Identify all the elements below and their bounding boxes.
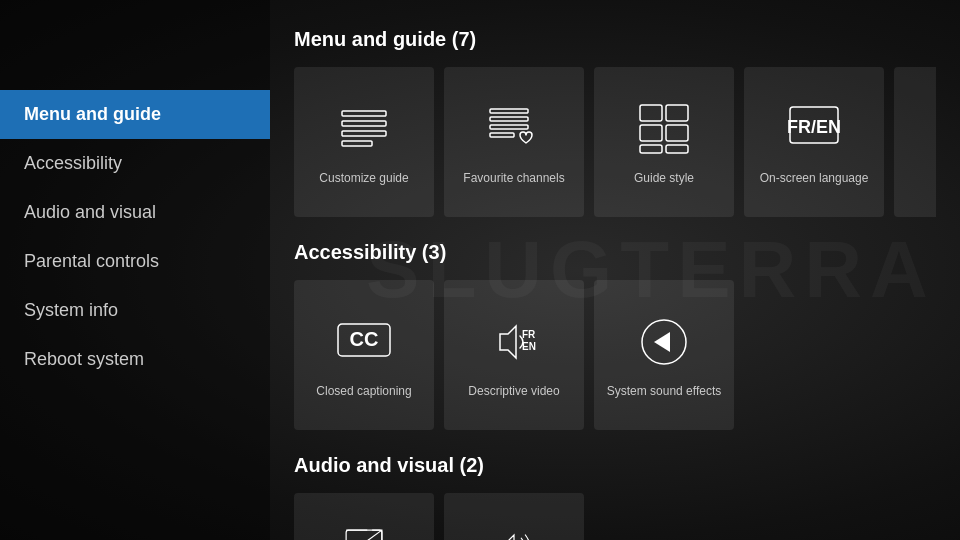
sidebar: Menu and guide Accessibility Audio and v…	[0, 0, 270, 540]
svg-marker-22	[654, 332, 670, 352]
section-title-accessibility: Accessibility (3)	[294, 241, 936, 264]
card-display[interactable]	[294, 493, 434, 540]
fr-en-icon: FR/EN	[782, 97, 846, 161]
svg-rect-9	[640, 125, 662, 141]
list-heart-icon	[482, 97, 546, 161]
svg-rect-12	[640, 145, 662, 153]
card-label-closed-captioning: Closed captioning	[308, 384, 419, 400]
card-customize-guide[interactable]: Customize guide	[294, 67, 434, 217]
svg-rect-11	[666, 125, 688, 141]
cards-row-menu-and-guide: Customize guide Favourite channels	[294, 67, 936, 217]
section-title-menu-and-guide: Menu and guide (7)	[294, 28, 936, 51]
card-label-system-sound-effects: System sound effects	[599, 384, 730, 400]
svg-rect-10	[666, 105, 688, 121]
card-label-on-screen-language: On-screen language	[752, 171, 877, 187]
svg-marker-26	[501, 535, 514, 540]
card-closed-captioning[interactable]: CC Closed captioning	[294, 280, 434, 430]
svg-rect-5	[490, 117, 528, 121]
card-favourite-channels[interactable]: Favourite channels	[444, 67, 584, 217]
card-label-favourite-channels: Favourite channels	[455, 171, 572, 187]
card-label-descriptive-video: Descriptive video	[460, 384, 567, 400]
cc-icon: CC	[332, 310, 396, 374]
guide-style-icon	[632, 97, 696, 161]
svg-rect-6	[490, 125, 528, 129]
svg-rect-13	[666, 145, 688, 153]
svg-rect-1	[342, 121, 386, 126]
cards-row-audio-and-visual	[294, 493, 936, 540]
svg-marker-18	[500, 326, 516, 358]
svg-text:CC: CC	[350, 328, 379, 350]
sidebar-item-system-info[interactable]: System info	[0, 286, 270, 335]
svg-rect-7	[490, 133, 514, 137]
card-audio[interactable]	[444, 493, 584, 540]
card-label-guide-style: Guide style	[626, 171, 702, 187]
card-partial-recent[interactable]	[894, 67, 936, 217]
svg-rect-4	[490, 109, 528, 113]
svg-rect-2	[342, 131, 386, 136]
cards-row-accessibility: CC Closed captioning FR EN	[294, 280, 936, 430]
svg-text:FR: FR	[522, 329, 536, 340]
card-system-sound-effects[interactable]: System sound effects	[594, 280, 734, 430]
card-descriptive-video[interactable]: FR EN Descriptive video	[444, 280, 584, 430]
svg-rect-0	[342, 111, 386, 116]
card-guide-style[interactable]: Guide style	[594, 67, 734, 217]
descriptive-video-icon: FR EN	[482, 310, 546, 374]
sidebar-item-reboot-system[interactable]: Reboot system	[0, 335, 270, 384]
sound-icon	[632, 310, 696, 374]
main-content: Menu and guide (7) Customize guide	[270, 0, 960, 540]
sidebar-item-parental-controls[interactable]: Parental controls	[0, 237, 270, 286]
card-label-customize-guide: Customize guide	[311, 171, 416, 187]
section-title-audio-and-visual: Audio and visual (2)	[294, 454, 936, 477]
svg-rect-8	[640, 105, 662, 121]
app-layout: Menu and guide Accessibility Audio and v…	[0, 0, 960, 540]
svg-text:EN: EN	[522, 341, 536, 352]
list-icon	[332, 97, 396, 161]
svg-rect-23	[346, 530, 382, 540]
sidebar-item-menu-and-guide[interactable]: Menu and guide	[0, 90, 270, 139]
svg-rect-3	[342, 141, 372, 146]
sidebar-item-accessibility[interactable]: Accessibility	[0, 139, 270, 188]
sidebar-item-audio-and-visual[interactable]: Audio and visual	[0, 188, 270, 237]
svg-line-24	[346, 530, 382, 540]
svg-text:FR/EN: FR/EN	[787, 117, 841, 137]
card-on-screen-language[interactable]: FR/EN On-screen language	[744, 67, 884, 217]
